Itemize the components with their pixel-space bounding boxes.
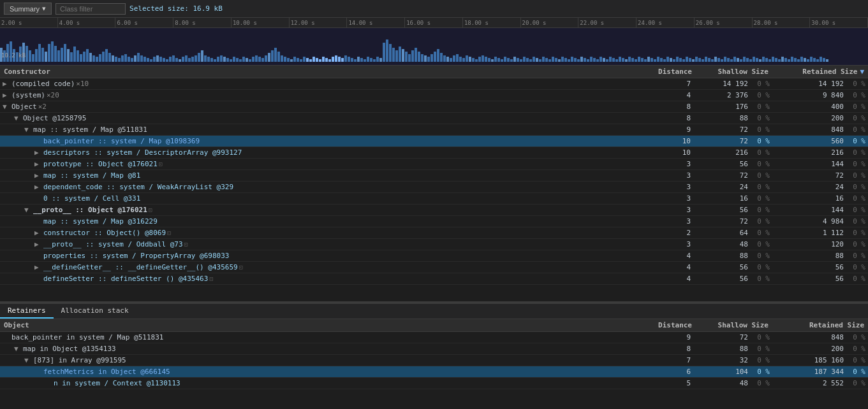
timeline-bar[interactable]: [775, 58, 777, 62]
expand-icon[interactable]: ▼: [14, 345, 22, 353]
timeline-bar[interactable]: [705, 57, 707, 62]
timeline-bar[interactable]: [721, 59, 723, 62]
timeline-bar[interactable]: [708, 58, 710, 62]
timeline-bar[interactable]: [574, 58, 577, 62]
timeline-bar[interactable]: [555, 58, 557, 62]
expand-icon[interactable]: ▶: [34, 171, 42, 180]
timeline-bar[interactable]: [695, 57, 698, 62]
timeline-bar[interactable]: [596, 59, 599, 62]
timeline-bar[interactable]: [344, 55, 347, 62]
timeline-bar[interactable]: [450, 58, 452, 62]
timeline-bar[interactable]: [185, 55, 188, 62]
timeline-bar[interactable]: [166, 59, 168, 62]
col-header-distance[interactable]: Distance: [645, 66, 696, 78]
timeline-bar[interactable]: [513, 57, 516, 62]
timeline-bar[interactable]: [67, 49, 70, 62]
table-row[interactable]: fetchMetrics in Object @66614561040 %187…: [0, 366, 868, 378]
timeline-bar[interactable]: [287, 58, 290, 62]
timeline-bar[interactable]: [635, 59, 637, 62]
timeline-bar[interactable]: [437, 49, 439, 62]
timeline-bar[interactable]: [32, 54, 34, 62]
timeline-bar[interactable]: [810, 57, 813, 62]
timeline-bar[interactable]: [379, 58, 382, 62]
timeline-bar[interactable]: [820, 57, 822, 62]
timeline-bar[interactable]: [781, 57, 784, 62]
timeline-bar[interactable]: [545, 58, 548, 62]
bottom-col-header-retained[interactable]: Retained Size: [772, 319, 868, 331]
table-row[interactable]: ▼map :: system / Map @5118319720 %8480 %: [0, 124, 868, 136]
timeline-bar[interactable]: [475, 59, 478, 62]
table-row[interactable]: back_pointer :: system / Map @1098369107…: [0, 136, 868, 147]
timeline-bar[interactable]: [309, 59, 312, 62]
timeline-bar[interactable]: [335, 55, 337, 62]
timeline-bar[interactable]: [38, 44, 41, 62]
timeline-bar[interactable]: [453, 55, 455, 62]
timeline-bar[interactable]: [788, 59, 790, 62]
expand-icon[interactable]: ▼: [24, 206, 32, 214]
timeline-bar[interactable]: [265, 55, 267, 62]
timeline-bar[interactable]: [577, 59, 580, 62]
timeline-bar[interactable]: [360, 58, 363, 62]
table-row[interactable]: properties :: system / PropertyArray @69…: [0, 250, 868, 262]
timeline-bar[interactable]: [383, 43, 385, 62]
timeline-bar[interactable]: [188, 58, 191, 62]
bottom-col-header-distance[interactable]: Distance: [645, 319, 696, 331]
timeline-bar[interactable]: [631, 58, 634, 62]
timeline-bar[interactable]: [175, 58, 178, 62]
timeline-bar[interactable]: [281, 55, 283, 62]
copy-icon[interactable]: ⊡: [239, 264, 243, 271]
timeline-bar[interactable]: [733, 57, 736, 62]
timeline-bar[interactable]: [249, 59, 251, 62]
table-row[interactable]: ▼[873] in Array @9915957320 %185 1600 %: [0, 355, 868, 366]
timeline-bar[interactable]: [772, 57, 774, 62]
timeline-bar[interactable]: [316, 58, 318, 62]
timeline-bar[interactable]: [622, 58, 624, 62]
timeline-bar[interactable]: [510, 59, 513, 62]
table-row[interactable]: ▶prototype :: Object @176021 ⊡3560 %1440…: [0, 159, 868, 170]
timeline-bar[interactable]: [405, 52, 408, 62]
timeline-bar[interactable]: [689, 58, 691, 62]
expand-icon[interactable]: ▶: [3, 80, 10, 88]
timeline-bar[interactable]: [427, 57, 430, 62]
timeline-bar[interactable]: [70, 52, 73, 62]
timeline-bar[interactable]: [644, 59, 647, 62]
timeline-bar[interactable]: [794, 58, 797, 62]
copy-icon[interactable]: ⊡: [149, 206, 152, 213]
timeline-bar[interactable]: [548, 59, 551, 62]
table-row[interactable]: ▶descriptors :: system / DescriptorArray…: [0, 147, 868, 159]
timeline-bar[interactable]: [233, 57, 235, 62]
timeline-bar[interactable]: [86, 49, 89, 62]
timeline-bar[interactable]: [491, 59, 494, 62]
timeline-bar[interactable]: [348, 57, 350, 62]
timeline-bar[interactable]: [195, 55, 197, 62]
timeline-bar[interactable]: [730, 59, 733, 62]
timeline-bar[interactable]: [325, 58, 328, 62]
timeline-bar[interactable]: [258, 57, 261, 62]
timeline-bar[interactable]: [201, 50, 203, 62]
timeline-bar[interactable]: [214, 59, 216, 62]
timeline-bar[interactable]: [657, 57, 659, 62]
timeline-bar[interactable]: [242, 57, 245, 62]
timeline-bar[interactable]: [306, 58, 309, 62]
timeline-bar[interactable]: [807, 59, 809, 62]
timeline-bar[interactable]: [236, 58, 239, 62]
timeline-bar[interactable]: [686, 57, 688, 62]
expand-icon[interactable]: ▶: [34, 160, 42, 168]
timeline-bar[interactable]: [628, 57, 631, 62]
timeline-bar[interactable]: [226, 58, 229, 62]
timeline-bar[interactable]: [389, 44, 392, 62]
timeline-bar[interactable]: [41, 48, 44, 62]
timeline-bar[interactable]: [277, 52, 280, 62]
timeline-bar[interactable]: [638, 57, 640, 62]
timeline-bar[interactable]: [284, 57, 286, 62]
timeline-bar[interactable]: [542, 57, 545, 62]
timeline-bar[interactable]: [156, 55, 159, 62]
timeline-bar[interactable]: [600, 57, 602, 62]
table-row[interactable]: ▶constructor :: Object() @8069 ⊡2640 %1 …: [0, 227, 868, 239]
timeline-bar[interactable]: [609, 57, 612, 62]
timeline-bar[interactable]: [740, 59, 742, 62]
tab-item[interactable]: Retainers: [0, 304, 54, 319]
timeline-bar[interactable]: [73, 47, 76, 62]
timeline-bar[interactable]: [533, 57, 535, 62]
timeline-bar[interactable]: [679, 58, 682, 62]
